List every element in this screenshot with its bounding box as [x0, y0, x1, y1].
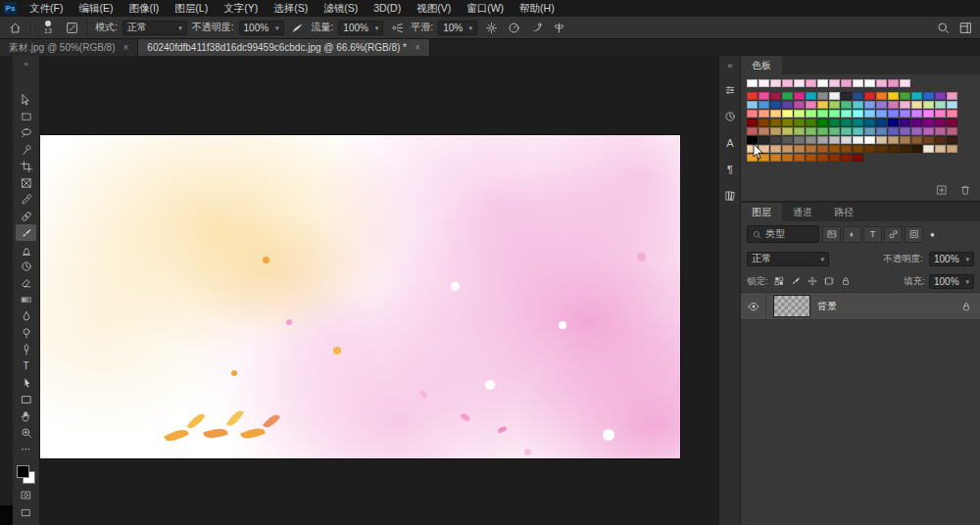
swatch[interactable] — [770, 101, 781, 109]
swatch[interactable] — [747, 145, 758, 153]
menu-item[interactable]: 文字(Y) — [216, 0, 266, 17]
properties-panel-button[interactable] — [720, 81, 740, 99]
tab-layers[interactable]: 图层 — [741, 203, 782, 221]
swatch[interactable] — [876, 145, 887, 153]
swatch[interactable] — [770, 127, 781, 135]
flow-field[interactable]: 100% — [338, 21, 383, 35]
swatch[interactable] — [794, 110, 805, 118]
swatch[interactable] — [900, 119, 910, 126]
swatch[interactable] — [747, 154, 758, 162]
history-panel-button[interactable] — [720, 108, 740, 125]
zoom-tool[interactable] — [16, 424, 36, 441]
pen-tool[interactable] — [16, 341, 36, 358]
swatch[interactable] — [864, 101, 875, 109]
blur-tool[interactable] — [16, 308, 36, 324]
swatch[interactable] — [864, 127, 875, 135]
swatch[interactable] — [806, 145, 816, 153]
layer-filter-toggle[interactable]: ● — [930, 230, 935, 239]
swatch[interactable] — [947, 110, 957, 118]
mode-select[interactable]: 正常 — [122, 21, 187, 35]
swatch[interactable] — [888, 127, 899, 135]
swatch[interactable] — [817, 154, 828, 162]
swatch[interactable] — [923, 119, 934, 126]
path-select-tool[interactable] — [16, 374, 36, 391]
swatch[interactable] — [841, 92, 852, 100]
search-icon[interactable] — [934, 19, 952, 36]
swatch[interactable] — [888, 119, 899, 126]
swatch[interactable] — [935, 92, 946, 100]
paint-symmetry-icon[interactable] — [550, 19, 567, 36]
swatch[interactable] — [770, 119, 781, 126]
swatch[interactable] — [911, 127, 922, 135]
swatch[interactable] — [900, 92, 910, 100]
swatch[interactable] — [817, 101, 828, 109]
swatch[interactable] — [829, 110, 840, 118]
filter-shape-layers[interactable] — [884, 226, 903, 243]
layer-filter-select[interactable]: 类型 — [747, 225, 819, 243]
swatch[interactable] — [782, 136, 793, 144]
swatch[interactable] — [947, 145, 957, 153]
swatch[interactable] — [759, 145, 769, 153]
swatch[interactable] — [876, 127, 887, 135]
swatch[interactable] — [759, 92, 769, 100]
swatch[interactable] — [864, 145, 875, 153]
swatch[interactable] — [817, 79, 828, 87]
tab-panel[interactable]: 通道 — [782, 203, 823, 221]
type-tool[interactable]: T — [16, 358, 36, 374]
airbrush-icon[interactable] — [388, 19, 406, 36]
document-tab[interactable]: 60240fdfb411f38d16dc99459c6cbdc.jpg @ 66… — [138, 39, 429, 56]
swatch[interactable] — [782, 119, 793, 126]
swatch[interactable] — [806, 154, 816, 162]
swatch[interactable] — [817, 127, 828, 135]
swatch[interactable] — [794, 92, 805, 100]
libraries-panel-button[interactable] — [720, 187, 740, 205]
swatch[interactable] — [841, 145, 852, 153]
lock-position-button[interactable] — [806, 274, 820, 288]
swatch[interactable] — [900, 136, 910, 144]
brush-preset-picker[interactable]: 13 — [38, 18, 58, 37]
swatch[interactable] — [817, 119, 828, 126]
menu-item[interactable]: 窗口(W) — [459, 0, 512, 17]
move-tool[interactable] — [16, 91, 36, 108]
swatch[interactable] — [935, 145, 946, 153]
swatch[interactable] — [782, 92, 793, 100]
canvas-area[interactable] — [39, 56, 718, 525]
dodge-tool[interactable] — [16, 324, 36, 341]
filter-smart-objects[interactable] — [905, 226, 923, 243]
lock-artboard-button[interactable] — [822, 274, 837, 288]
tab-close-icon[interactable]: × — [415, 43, 420, 53]
menu-item[interactable]: 选择(S) — [266, 0, 316, 17]
swatch[interactable] — [888, 92, 899, 100]
swatch[interactable] — [864, 92, 875, 100]
opacity-field[interactable]: 100% — [239, 21, 284, 35]
home-button[interactable] — [6, 19, 24, 36]
swatch[interactable] — [888, 136, 899, 144]
swatch[interactable] — [794, 145, 805, 153]
swatch[interactable] — [829, 119, 840, 126]
swatch[interactable] — [911, 119, 922, 126]
swatch[interactable] — [747, 119, 758, 126]
swatch[interactable] — [759, 136, 769, 144]
swatch[interactable] — [829, 101, 840, 109]
blend-mode-select[interactable]: 正常 — [747, 252, 829, 266]
clone-stamp-tool[interactable] — [16, 241, 36, 258]
swatch[interactable] — [841, 127, 852, 135]
swatch[interactable] — [923, 127, 934, 135]
layer-visibility-toggle[interactable] — [741, 293, 766, 319]
swatch[interactable] — [747, 92, 758, 100]
swatch[interactable] — [876, 110, 887, 118]
foreground-color-chip[interactable] — [17, 465, 29, 478]
swatch[interactable] — [841, 110, 852, 118]
layer-row[interactable]: 背景 — [741, 292, 980, 320]
swatch[interactable] — [935, 119, 946, 126]
swatch[interactable] — [806, 119, 816, 126]
swatch[interactable] — [806, 110, 816, 118]
swatch[interactable] — [747, 136, 758, 144]
swatch[interactable] — [770, 145, 781, 153]
filter-type-layers[interactable]: T — [863, 226, 882, 243]
quick-select-tool[interactable] — [16, 141, 36, 158]
swatch[interactable] — [853, 119, 863, 126]
swatch[interactable] — [864, 79, 875, 87]
layer-thumbnail[interactable] — [773, 295, 810, 317]
swatch[interactable] — [817, 145, 828, 153]
